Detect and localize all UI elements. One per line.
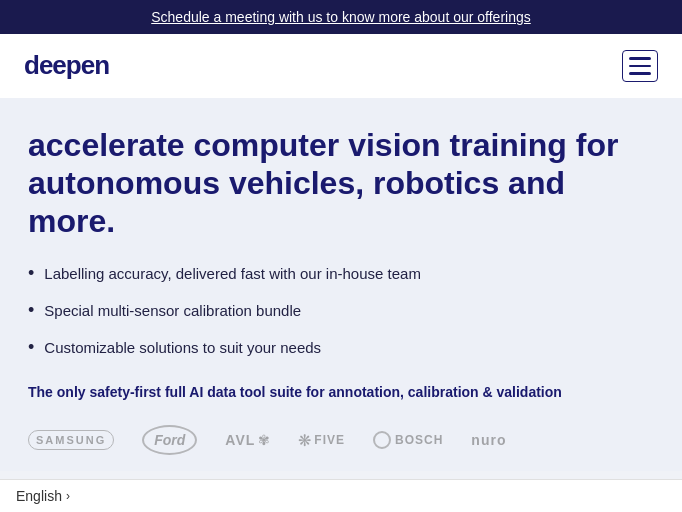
ford-logo: Ford xyxy=(142,425,197,455)
hamburger-line-3 xyxy=(629,72,651,75)
language-bar: English › xyxy=(0,479,682,512)
bullet-dot: • xyxy=(28,261,34,286)
hamburger-menu-button[interactable] xyxy=(622,50,658,82)
bosch-logo: BOSCH xyxy=(373,431,443,449)
avl-logo-text: AVL xyxy=(225,432,255,448)
navbar: deepen xyxy=(0,34,682,98)
tagline: The only safety-first full AI data tool … xyxy=(28,382,588,403)
partner-logos: SAMSUNG Ford AVL ✾ ❋ FIVE BOSCH xyxy=(28,425,654,455)
list-item: • Special multi-sensor calibration bundl… xyxy=(28,300,654,323)
top-banner: Schedule a meeting with us to know more … xyxy=(0,0,682,34)
logo: deepen xyxy=(24,50,109,81)
samsung-logo: SAMSUNG xyxy=(28,430,114,450)
language-label: English xyxy=(16,488,62,504)
feature-list: • Labelling accuracy, delivered fast wit… xyxy=(28,263,654,361)
bosch-logo-text: BOSCH xyxy=(395,433,443,447)
language-selector[interactable]: English › xyxy=(16,488,70,504)
bullet-dot: • xyxy=(28,335,34,360)
ford-logo-text: Ford xyxy=(142,425,197,455)
nuro-logo-text: nuro xyxy=(471,432,506,448)
bullet-text-1: Labelling accuracy, delivered fast with … xyxy=(44,263,421,284)
five-logo: ❋ FIVE xyxy=(298,431,345,450)
chevron-right-icon: › xyxy=(66,489,70,503)
five-logo-icon: ❋ xyxy=(298,431,311,450)
avl-logo-icon: ✾ xyxy=(258,432,270,448)
list-item: • Customizable solutions to suit your ne… xyxy=(28,337,654,360)
samsung-logo-text: SAMSUNG xyxy=(28,430,114,450)
main-content: accelerate computer vision training for … xyxy=(0,98,682,472)
bullet-text-3: Customizable solutions to suit your need… xyxy=(44,337,321,358)
bullet-dot: • xyxy=(28,298,34,323)
five-logo-text: FIVE xyxy=(314,433,345,447)
hamburger-line-1 xyxy=(629,57,651,60)
hero-title: accelerate computer vision training for … xyxy=(28,126,654,241)
bullet-text-2: Special multi-sensor calibration bundle xyxy=(44,300,301,321)
banner-link[interactable]: Schedule a meeting with us to know more … xyxy=(151,9,531,25)
list-item: • Labelling accuracy, delivered fast wit… xyxy=(28,263,654,286)
nuro-logo: nuro xyxy=(471,432,506,448)
avl-logo: AVL ✾ xyxy=(225,432,270,448)
page-wrapper: Schedule a meeting with us to know more … xyxy=(0,0,682,512)
bosch-logo-icon xyxy=(373,431,391,449)
hamburger-line-2 xyxy=(629,65,651,68)
